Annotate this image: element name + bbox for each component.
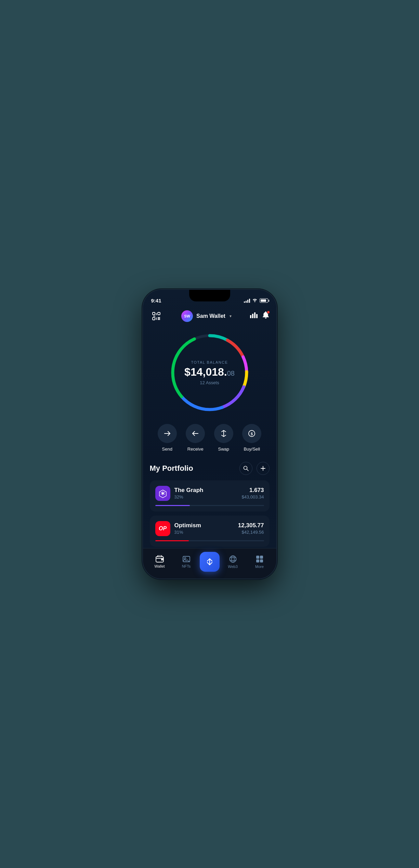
send-icon-circle [158,424,177,443]
portfolio-add-button[interactable] [257,462,270,475]
header-right-actions [250,311,269,321]
svg-rect-43 [256,556,259,559]
svg-rect-1 [158,312,160,315]
header: SW Sam Wallet ▾ [143,307,276,328]
svg-rect-0 [153,312,155,315]
svg-rect-46 [260,559,263,562]
graph-asset-name: The Graph [174,487,204,494]
bottom-nav: Wallet NFTs [143,548,276,579]
svg-point-38 [184,557,186,559]
op-asset-value: $42,149.56 [238,530,264,535]
send-button[interactable]: Send [158,424,177,452]
balance-ring: TOTAL BALANCE $14,018.08 12 Assets [169,332,251,414]
phone-frame: 9:41 [143,290,276,579]
graph-progress-bar [155,505,264,506]
swap-label: Swap [218,446,229,452]
asset-card-top-op: OP Optimism 31% 12,305.77 $42,149.56 [155,521,264,536]
svg-rect-12 [256,314,258,318]
graph-asset-percent: 32% [174,494,204,500]
nav-more[interactable]: More [246,555,273,569]
svg-line-31 [164,494,165,494]
wallet-nav-icon [156,555,164,563]
svg-rect-2 [153,318,155,320]
send-label: Send [162,446,172,452]
battery-icon [260,298,268,303]
buysell-button[interactable]: $ Buy/Sell [242,424,261,452]
svg-line-30 [161,492,162,493]
asset-info-op: Optimism 31% [174,522,201,535]
more-nav-label: More [255,565,264,569]
charts-button[interactable] [250,312,258,320]
svg-rect-11 [254,312,256,318]
svg-point-39 [230,556,236,562]
action-buttons: Send Receive Swap $ Buy/Sell [143,420,276,462]
screen: 9:41 [143,290,276,579]
chevron-down-icon: ▾ [230,314,232,319]
svg-rect-45 [256,559,259,562]
svg-rect-10 [252,314,253,318]
notification-dot [267,311,270,314]
notch [189,290,230,301]
graph-asset-value: $43,003.34 [241,494,264,500]
svg-line-33 [164,492,165,493]
wallet-selector[interactable]: SW Sam Wallet ▾ [181,310,232,322]
graph-asset-amount: 1.673 [241,487,264,494]
svg-rect-35 [161,559,163,560]
more-nav-icon [256,555,264,563]
scan-icon [152,312,161,321]
graph-progress-fill [155,505,190,506]
assets-label: 12 Assets [184,380,235,385]
portfolio-title: My Portfolio [150,464,193,473]
asset-card-optimism[interactable]: OP Optimism 31% 12,305.77 $42,149.56 [150,516,270,547]
op-text: OP [159,526,167,532]
balance-cents: 08 [227,369,235,377]
status-time: 9:41 [151,298,161,303]
total-balance-label: TOTAL BALANCE [184,360,235,364]
balance-main: $14,018. [184,366,227,377]
asset-info-graph: The Graph 32% [174,487,204,500]
buysell-label: Buy/Sell [244,446,260,452]
svg-line-32 [161,494,162,494]
center-fab-button[interactable] [200,552,220,572]
nav-nfts[interactable]: NFTs [173,555,200,568]
web3-nav-label: Web3 [228,565,238,569]
svg-rect-44 [260,556,263,559]
swap-button[interactable]: Swap [214,424,233,452]
op-icon: OP [155,521,170,536]
svg-text:$: $ [251,431,253,436]
wifi-icon [252,298,258,303]
receive-icon-circle [186,424,205,443]
asset-card-graph[interactable]: The Graph 32% 1.673 $43,003.34 [150,480,270,511]
op-asset-name: Optimism [174,522,201,529]
status-icons [244,298,268,303]
nfts-nav-label: NFTs [182,564,191,568]
op-progress-fill [155,540,189,541]
nfts-nav-icon [182,555,191,563]
nav-web3[interactable]: Web3 [220,555,246,569]
portfolio-header-actions [239,462,270,475]
portfolio-search-button[interactable] [239,462,252,475]
charts-icon [250,312,258,318]
op-asset-percent: 31% [174,530,201,535]
signal-icon [244,299,250,303]
portfolio-section: My Portfolio [143,462,276,547]
asset-left: The Graph 32% [155,486,204,501]
scan-button[interactable] [150,310,163,323]
portfolio-circle-container: TOTAL BALANCE $14,018.08 12 Assets [143,328,276,420]
wallet-nav-label: Wallet [154,564,165,568]
buysell-icon-circle: $ [242,424,261,443]
asset-card-top: The Graph 32% 1.673 $43,003.34 [155,486,264,501]
receive-button[interactable]: Receive [186,424,205,452]
graph-asset-values: 1.673 $43,003.34 [241,487,264,500]
svg-line-24 [247,469,248,471]
receive-label: Receive [187,446,204,452]
notifications-button[interactable] [262,311,269,321]
asset-left-op: OP Optimism 31% [155,521,201,536]
op-asset-amount: 12,305.77 [238,522,264,529]
op-progress-bar [155,540,264,541]
web3-nav-icon [229,555,237,563]
avatar: SW [181,310,193,322]
wallet-name: Sam Wallet [196,313,225,319]
nav-wallet[interactable]: Wallet [146,555,173,568]
svg-rect-9 [250,315,251,318]
